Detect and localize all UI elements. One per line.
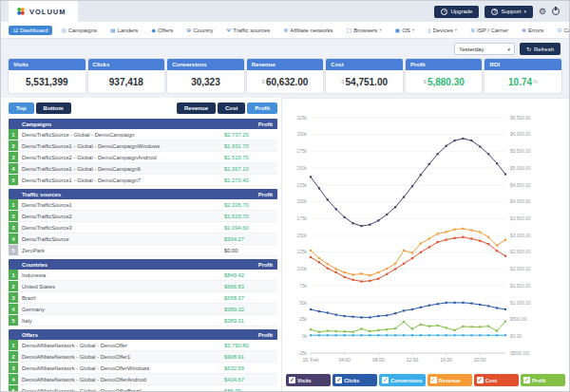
nav-item-landers[interactable]: ▤Landers <box>105 26 142 35</box>
table-row[interactable]: 1DemoTrafficSource - Global - DemoCampai… <box>9 129 277 140</box>
legend-item-cost[interactable]: ✓Cost <box>474 374 519 386</box>
table-header: OffersProfit <box>9 329 277 340</box>
nav-item-label: Country <box>193 28 213 33</box>
table-row[interactable]: 5Italy$389.31 <box>9 315 277 327</box>
table-row[interactable]: 3DemoTrafficSource2 - Global - DemoCampa… <box>9 152 277 163</box>
clicks-point <box>310 308 312 310</box>
support-button[interactable]: ? Support ▾ <box>484 6 533 18</box>
table-row[interactable]: 4DemoTrafficSource$934.27 <box>9 233 277 245</box>
table-row[interactable]: 1DemoAffiliateNetwork - Global - DemoOff… <box>9 340 277 351</box>
metric-button-revenue[interactable]: Revenue <box>177 103 216 114</box>
nav-item-isp-carrier[interactable]: ≋ISP / Carrier <box>466 26 513 35</box>
stat-value: 10.74% <box>484 70 561 93</box>
row-profit: $934.27 <box>222 233 277 244</box>
conversions-point <box>453 334 455 336</box>
tab-bottom[interactable]: Bottom <box>36 103 71 114</box>
percent-symbol: % <box>533 79 538 84</box>
metric-button-profit[interactable]: Profit <box>247 103 277 114</box>
left-axis-tick: 300k <box>297 132 308 137</box>
top-bottom-tabs: TopBottom <box>9 103 71 114</box>
nav-item-errors[interactable]: ⊗Errors <box>517 26 548 35</box>
legend-item-revenue[interactable]: ✓Revenue <box>428 374 472 386</box>
table-row[interactable]: 4DemoAffiliateNetwork - Global - DemoOff… <box>9 374 277 385</box>
cost-point <box>352 279 353 281</box>
table-row[interactable]: 3DemoTrafficSource3$1,094.60 <box>9 222 277 233</box>
error-icon: ⊗ <box>522 28 526 33</box>
nav-item-browsers[interactable]: ▢Browsers▾ <box>342 26 387 35</box>
table-row[interactable]: 5DemoTrafficSource1 - Global - DemoCampa… <box>9 175 277 186</box>
table-row[interactable]: 4DemoTrafficSource1 - Global - DemoCampa… <box>9 163 277 175</box>
nav-item-conversions[interactable]: ⊙Conversions <box>552 26 570 35</box>
clicks-point <box>453 302 455 304</box>
table-row[interactable]: 3Brazil$658.37 <box>9 292 277 304</box>
refresh-button[interactable]: ↻ Refresh <box>520 43 560 55</box>
conversions-point <box>310 334 312 336</box>
nav-item-label: Traffic sources <box>233 28 270 33</box>
row-name: DemoAffiliateNetwork - Global - DemoOffe… <box>18 374 222 384</box>
metric-button-cost[interactable]: Cost <box>218 103 245 114</box>
table-row[interactable]: 3DemoAffiliateNetwork - Global - DemoOff… <box>9 363 277 374</box>
tab-top[interactable]: Top <box>9 103 34 114</box>
table-row[interactable]: 2DemoTrafficSource1 - Global - DemoCampa… <box>9 140 277 152</box>
right-axis-tick: ($500.00) <box>510 351 530 356</box>
right-axis-tick: $4,500.00 <box>510 183 531 188</box>
profit-point <box>310 328 312 330</box>
nav-item-dashboard[interactable]: ⊡Dashboard <box>9 26 52 35</box>
nav-item-os[interactable]: ▣OS▾ <box>390 26 420 35</box>
row-name: DemoTrafficSource <box>18 233 222 244</box>
right-axis-tick: $6,500.00 <box>510 116 531 121</box>
legend-item-profit[interactable]: ✓Profit <box>521 374 565 386</box>
revenue-point <box>369 274 370 276</box>
table-row[interactable]: 2DemoAffiliateNetwork - Global - DemoOff… <box>9 351 277 363</box>
left-axis-tick: 150k <box>297 233 308 238</box>
profit-point <box>504 321 506 323</box>
profit-point <box>318 331 320 333</box>
profit-point <box>344 330 346 332</box>
nav-item-traffic-sources[interactable]: ΨTraffic sources <box>221 26 275 35</box>
profit-point <box>386 328 388 330</box>
x-axis-label: 16. Feb <box>303 357 319 363</box>
stat-number: 5,531,399 <box>26 77 68 87</box>
table-row[interactable]: 1DemoTrafficSource1$2,335.70 <box>9 199 277 211</box>
row-name: DemoTrafficSource2 - Global - DemoCampai… <box>18 152 222 162</box>
logo[interactable]: VOLUUM <box>9 1 78 22</box>
nav-item-country[interactable]: ⊕Country <box>181 26 218 35</box>
conversions-point <box>470 334 472 336</box>
legend-item-visits[interactable]: ✓Visits <box>286 374 331 386</box>
profit-point <box>352 331 353 333</box>
cost-point <box>403 263 405 265</box>
power-icon[interactable] <box>552 8 560 15</box>
row-profit: $3,790.80 <box>222 340 277 350</box>
row-name: DemoTrafficSource2 <box>18 211 222 221</box>
table-row[interactable]: 2DemoTrafficSource2$1,515.70 <box>9 211 277 222</box>
nav-item-campaigns[interactable]: ◎Campaigns <box>56 26 102 35</box>
conversions-point <box>318 334 320 336</box>
os-icon: ▣ <box>395 28 401 33</box>
upgrade-button[interactable]: ↑ Upgrade <box>434 6 479 18</box>
nav-item-affiliate-networks[interactable]: ⊛Affiliate networks <box>278 26 337 35</box>
table-row[interactable]: 1Indonesia$849.42 <box>9 270 277 281</box>
stat-number: 5,880.30 <box>428 77 465 87</box>
table-header: CountriesProfit <box>9 259 277 270</box>
legend-item-clicks[interactable]: ✓Clicks <box>332 374 377 386</box>
profit-point <box>411 327 413 329</box>
table-row[interactable]: 4Germany$389.32 <box>9 304 277 315</box>
date-range-select[interactable]: Yesterday ▾ <box>454 43 515 55</box>
visits-point <box>335 208 337 210</box>
date-range-value: Yesterday <box>459 47 484 52</box>
visits-point <box>318 187 320 189</box>
stat-number: 937,418 <box>109 77 143 87</box>
gear-icon[interactable]: ⚙ <box>539 8 546 16</box>
conversions-icon: ⊙ <box>557 28 561 33</box>
nav-item-offers[interactable]: ◆Offers <box>146 26 178 35</box>
row-name: DemoTrafficSource1 - Global - DemoCampai… <box>18 163 222 174</box>
nav-item-devices[interactable]: ▯Devices▾ <box>423 26 462 35</box>
legend-item-conversions[interactable]: ✓Conversions <box>379 374 425 386</box>
clicks-point <box>377 315 379 317</box>
table-row[interactable]: 5ZeroPark$0.00 <box>9 245 277 256</box>
table-row[interactable]: 5DemoAffiliateNetwork - Global - DemoOff… <box>9 385 277 392</box>
table-row[interactable]: 2United States$666.83 <box>9 281 277 292</box>
cost-point <box>310 256 312 258</box>
conversions-point <box>335 334 337 336</box>
visits-point <box>386 214 388 215</box>
